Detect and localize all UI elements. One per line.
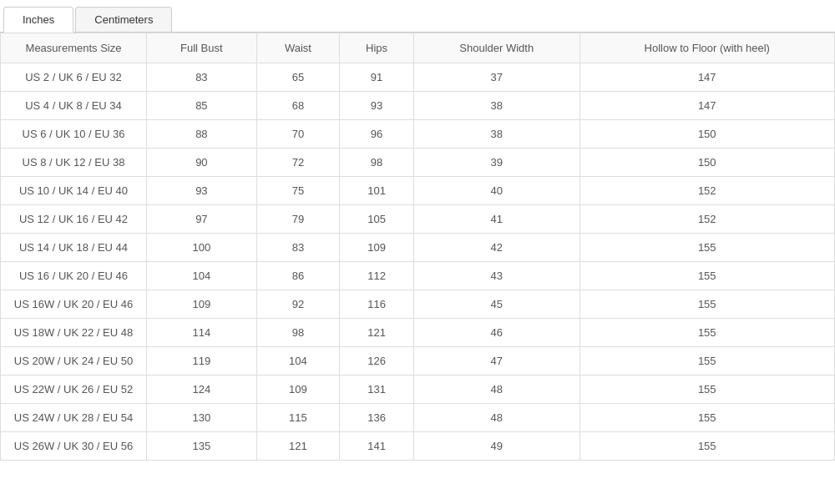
size-label: US 8 / UK 12 / EU 38 [1,149,147,177]
col-header-4: Shoulder Width [414,33,579,63]
measurement-value: 93 [147,177,257,205]
table-row: US 6 / UK 10 / EU 3688709638150 [1,120,835,149]
col-header-5: Hollow to Floor (with heel) [579,33,835,63]
table-header-row: Measurements SizeFull BustWaistHipsShoul… [1,33,835,63]
col-header-3: Hips [340,33,414,63]
measurement-value: 126 [340,347,414,375]
table-row: US 10 / UK 14 / EU 40937510140152 [1,177,835,205]
measurement-value: 40 [414,177,579,205]
table-row: US 24W / UK 28 / EU 5413011513648155 [1,404,835,432]
size-label: US 4 / UK 8 / EU 34 [1,92,147,120]
table-row: US 4 / UK 8 / EU 3485689338147 [1,92,835,120]
measurement-value: 46 [414,319,579,347]
measurement-value: 85 [147,92,257,120]
measurement-value: 121 [340,319,414,347]
measurement-value: 72 [256,149,339,177]
measurement-value: 97 [147,205,257,234]
measurement-value: 136 [340,404,414,432]
measurement-value: 41 [414,205,579,234]
table-row: US 18W / UK 22 / EU 481149812146155 [1,319,835,347]
measurement-value: 152 [579,177,835,205]
measurement-value: 93 [340,92,414,120]
measurement-value: 112 [340,262,414,290]
measurement-value: 155 [579,432,835,461]
measurement-value: 116 [340,290,414,319]
measurement-value: 135 [147,432,257,461]
size-table: Measurements SizeFull BustWaistHipsShoul… [0,33,835,461]
measurement-value: 155 [579,404,835,432]
table-row: US 2 / UK 6 / EU 3283659137147 [1,63,835,92]
measurement-value: 98 [340,149,414,177]
size-label: US 10 / UK 14 / EU 40 [1,177,147,205]
measurement-value: 104 [147,262,257,290]
measurement-value: 147 [579,92,835,120]
size-label: US 16 / UK 20 / EU 46 [1,262,147,290]
size-label: US 24W / UK 28 / EU 54 [1,404,147,432]
measurement-value: 115 [256,404,339,432]
measurement-value: 45 [414,290,579,319]
size-label: US 16W / UK 20 / EU 46 [1,290,147,319]
measurement-value: 141 [340,432,414,461]
measurement-value: 109 [147,290,257,319]
measurement-value: 86 [256,262,339,290]
size-label: US 18W / UK 22 / EU 48 [1,319,147,347]
table-row: US 14 / UK 18 / EU 441008310942155 [1,234,835,262]
measurement-value: 88 [147,120,257,149]
measurement-value: 104 [256,347,339,375]
measurement-value: 121 [256,432,339,461]
measurement-value: 114 [147,319,257,347]
measurement-value: 124 [147,375,257,404]
table-row: US 12 / UK 16 / EU 42977910541152 [1,205,835,234]
table-row: US 20W / UK 24 / EU 5011910412647155 [1,347,835,375]
measurement-value: 70 [256,120,339,149]
measurement-value: 130 [147,404,257,432]
measurement-value: 150 [579,120,835,149]
size-label: US 12 / UK 16 / EU 42 [1,205,147,234]
measurement-value: 90 [147,149,257,177]
table-row: US 16 / UK 20 / EU 461048611243155 [1,262,835,290]
measurement-value: 83 [147,63,257,92]
size-label: US 2 / UK 6 / EU 32 [1,63,147,92]
table-row: US 22W / UK 26 / EU 5212410913148155 [1,375,835,404]
measurement-value: 101 [340,177,414,205]
measurement-value: 155 [579,234,835,262]
size-label: US 26W / UK 30 / EU 56 [1,432,147,461]
measurement-value: 131 [340,375,414,404]
measurement-value: 79 [256,205,339,234]
measurement-value: 155 [579,347,835,375]
tab-centimeters[interactable]: Centimeters [75,7,172,32]
measurement-value: 43 [414,262,579,290]
measurement-value: 47 [414,347,579,375]
measurement-value: 38 [414,92,579,120]
measurement-value: 150 [579,149,835,177]
measurement-value: 147 [579,63,835,92]
measurement-value: 109 [256,375,339,404]
table-row: US 26W / UK 30 / EU 5613512114149155 [1,432,835,461]
size-label: US 20W / UK 24 / EU 50 [1,347,147,375]
measurement-value: 42 [414,234,579,262]
col-header-2: Waist [256,33,339,63]
size-label: US 22W / UK 26 / EU 52 [1,375,147,404]
measurement-value: 91 [340,63,414,92]
table-container: Measurements SizeFull BustWaistHipsShoul… [0,33,835,461]
measurement-value: 68 [256,92,339,120]
measurement-value: 155 [579,319,835,347]
measurement-value: 37 [414,63,579,92]
measurement-value: 92 [256,290,339,319]
tab-inches[interactable]: Inches [3,7,73,33]
table-row: US 8 / UK 12 / EU 3890729839150 [1,149,835,177]
size-label: US 6 / UK 10 / EU 36 [1,120,147,149]
measurement-value: 96 [340,120,414,149]
measurement-value: 75 [256,177,339,205]
measurement-value: 109 [340,234,414,262]
measurement-value: 100 [147,234,257,262]
measurement-value: 39 [414,149,579,177]
measurement-value: 155 [579,375,835,404]
col-header-0: Measurements Size [1,33,147,63]
table-row: US 16W / UK 20 / EU 461099211645155 [1,290,835,319]
measurement-value: 65 [256,63,339,92]
measurement-value: 98 [256,319,339,347]
measurement-value: 155 [579,290,835,319]
col-header-1: Full Bust [147,33,257,63]
measurement-value: 152 [579,205,835,234]
